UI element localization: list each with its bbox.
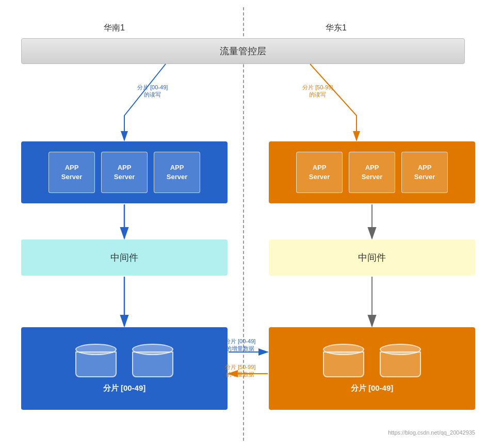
shard-box-left: 分片 [00-49] xyxy=(21,327,228,410)
arrow-label-top-left: 分片 [00-49]的读写 xyxy=(137,84,168,99)
middleware-left: 中间件 xyxy=(21,239,228,276)
server-card-left-1: APP Server xyxy=(48,152,95,193)
cylinder-left-2 xyxy=(132,344,173,377)
db-cylinders-right xyxy=(323,344,421,377)
app-box-right: APP Server APP Server APP Server xyxy=(269,141,475,203)
arrow-label-cross-rtl: 分片 [50-99]的增量数据 xyxy=(225,363,255,378)
traffic-layer-label: 流量管控层 xyxy=(220,45,266,57)
app-box-left: APP Server APP Server APP Server xyxy=(21,141,228,203)
server-card-left-2: APP Server xyxy=(101,152,148,193)
server-card-left-3: APP Server xyxy=(154,152,200,193)
arrow-label-cross-ltr: 分片 [00-49]的增量数据 xyxy=(225,338,255,353)
middleware-right: 中间件 xyxy=(269,239,475,276)
server-card-right-3: APP Server xyxy=(401,152,448,193)
traffic-layer: 流量管控层 xyxy=(21,38,465,64)
db-cylinders-left xyxy=(75,344,173,377)
region-label-right: 华东1 xyxy=(326,23,347,34)
middleware-right-label: 中间件 xyxy=(358,251,386,264)
server-card-right-2: APP Server xyxy=(349,152,395,193)
arrow-label-top-right: 分片 [50-99]的读写 xyxy=(302,84,333,99)
shard-left-label: 分片 [00-49] xyxy=(103,383,146,393)
cylinder-right-1 xyxy=(323,344,364,377)
server-card-right-1: APP Server xyxy=(296,152,343,193)
cylinder-left-1 xyxy=(75,344,117,377)
shard-right-label: 分片 [00-49] xyxy=(351,383,394,393)
shard-box-right: 分片 [00-49] xyxy=(269,327,475,410)
cylinder-right-2 xyxy=(380,344,421,377)
middleware-left-label: 中间件 xyxy=(110,251,138,264)
watermark: https://blog.csdn.net/qq_20042935 xyxy=(388,429,475,436)
region-label-left: 华南1 xyxy=(104,23,125,34)
